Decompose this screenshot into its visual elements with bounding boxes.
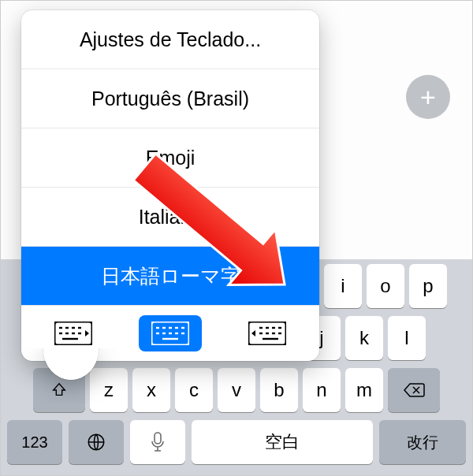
keyboard-mode-left[interactable] (42, 315, 105, 351)
mic-icon (151, 432, 165, 452)
key-i[interactable]: i (324, 264, 362, 308)
keyboard-mode-full[interactable] (139, 315, 202, 351)
keyboard-mode-right[interactable] (236, 315, 299, 351)
key-x[interactable]: x (132, 368, 170, 412)
keyboard-right-icon (248, 322, 286, 345)
popover-item-italiano[interactable]: Italiano (21, 187, 319, 246)
key-c[interactable]: c (175, 368, 213, 412)
keyboard-switcher-popover: Ajustes de Teclado... Português (Brasil)… (21, 10, 319, 361)
key-space[interactable]: 空白 (192, 420, 373, 464)
key-v[interactable]: v (218, 368, 255, 412)
svg-rect-1 (155, 433, 161, 444)
plus-icon: + (420, 84, 436, 110)
add-button[interactable]: + (406, 75, 450, 119)
shift-icon (50, 381, 68, 399)
keyboard-left-icon (54, 322, 92, 345)
key-numeric[interactable]: 123 (7, 420, 62, 464)
key-n[interactable]: n (303, 368, 341, 412)
key-mic[interactable] (130, 420, 185, 464)
key-return[interactable]: 改行 (379, 420, 466, 464)
delete-icon (403, 382, 425, 398)
popover-item-keyboard-settings[interactable]: Ajustes de Teclado... (21, 10, 319, 69)
keyboard-row-bottom: 123 空白 改行 (1, 420, 472, 475)
popover-item-japanese-romaji[interactable]: 日本語ローマ字 (21, 246, 319, 305)
key-k[interactable]: k (345, 316, 383, 360)
popover-item-portuguese[interactable]: Português (Brasil) (21, 69, 319, 128)
globe-icon (86, 432, 106, 452)
key-delete[interactable] (388, 368, 440, 412)
key-b[interactable]: b (260, 368, 298, 412)
key-m[interactable]: m (345, 368, 383, 412)
key-o[interactable]: o (367, 264, 404, 308)
key-p[interactable]: p (409, 264, 447, 308)
key-z[interactable]: z (90, 368, 128, 412)
keyboard-full-icon (151, 322, 189, 345)
popover-item-emoji[interactable]: Emoji (21, 128, 319, 187)
key-globe[interactable] (69, 420, 124, 464)
key-l[interactable]: l (388, 316, 426, 360)
